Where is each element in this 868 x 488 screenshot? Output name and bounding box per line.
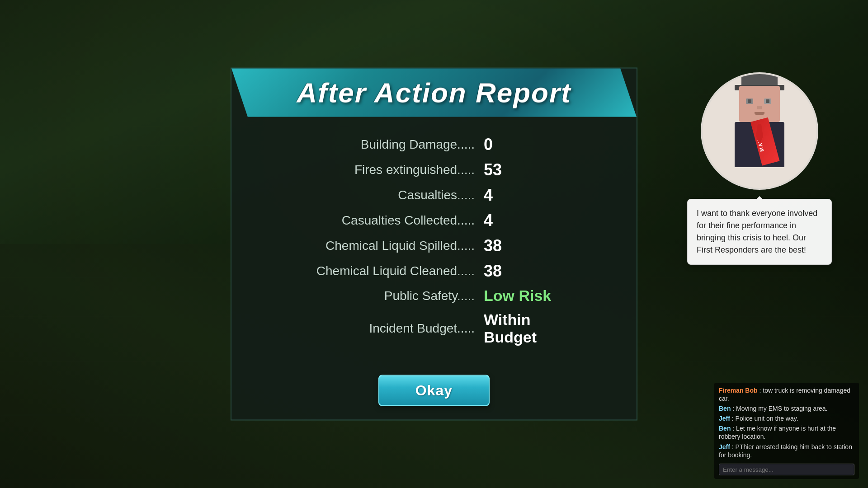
- stat-row-casualties: Casualties..... 4: [259, 186, 609, 205]
- stat-row-public-safety: Public Safety..... Low Risk: [259, 287, 609, 305]
- chat-message-1: : Moving my EMS to staging area.: [732, 405, 827, 412]
- mayor-avatar: MAYO: [701, 72, 818, 190]
- mayor-character: MAYO: [714, 81, 805, 181]
- mayor-sash: MAYO: [750, 117, 780, 166]
- stat-label-casualties: Casualties.....: [294, 188, 484, 202]
- chat-input[interactable]: [719, 464, 854, 475]
- stat-row-casualties-collected: Casualties Collected..... 4: [259, 211, 609, 230]
- stat-value-casualties: 4: [484, 186, 574, 205]
- stat-row-budget: Incident Budget..... Within Budget: [259, 311, 609, 346]
- stat-value-fires: 53: [484, 160, 574, 179]
- stat-label-casualties-collected: Casualties Collected.....: [294, 213, 484, 228]
- chat-name-2: Jeff: [719, 415, 730, 422]
- stat-value-building-damage: 0: [484, 135, 574, 154]
- stat-value-public-safety: Low Risk: [484, 287, 574, 305]
- stat-row-fires: Fires extinguished..... 53: [259, 160, 609, 179]
- stat-label-chem-spilled: Chemical Liquid Spilled.....: [294, 239, 484, 253]
- stat-row-chem-spilled: Chemical Liquid Spilled..... 38: [259, 236, 609, 255]
- chat-entry-3: Ben : Let me know if anyone is hurt at t…: [719, 424, 854, 441]
- chat-entry-2: Jeff : Police unit on the way.: [719, 414, 854, 422]
- stat-label-building-damage: Building Damage.....: [294, 137, 484, 152]
- stat-row-chem-cleaned: Chemical Liquid Cleaned..... 38: [259, 262, 609, 281]
- stat-label-fires: Fires extinguished.....: [294, 163, 484, 177]
- mayor-hat-top: [741, 72, 778, 86]
- okay-button[interactable]: Okay: [378, 375, 490, 406]
- stat-label-public-safety: Public Safety.....: [294, 288, 484, 303]
- stat-label-chem-cleaned: Chemical Liquid Cleaned.....: [294, 264, 484, 278]
- stat-row-building-damage: Building Damage..... 0: [259, 135, 609, 154]
- mayor-body: MAYO: [735, 122, 784, 167]
- chat-name-3: Ben: [719, 425, 731, 432]
- chat-message-4: : PThier arrested taking him back to sta…: [719, 443, 852, 459]
- chat-name-1: Ben: [719, 405, 731, 412]
- chat-name-0: Fireman Bob: [719, 387, 758, 394]
- report-title: After Action Report: [297, 77, 571, 108]
- chat-message-3: : Let me know if anyone is hurt at the r…: [719, 425, 836, 440]
- chat-entry-0: Fireman Bob : tow truck is removing dama…: [719, 386, 854, 403]
- speech-bubble: I want to thank everyone involved for th…: [687, 199, 832, 265]
- title-banner: After Action Report: [231, 69, 637, 117]
- chat-message-2: : Police unit on the way.: [732, 415, 798, 422]
- mayor-speech-text: I want to thank everyone involved for th…: [697, 209, 817, 254]
- report-panel: After Action Report Building Damage.....…: [231, 68, 637, 421]
- stat-value-casualties-collected: 4: [484, 211, 574, 230]
- mayor-eye-left: [746, 99, 753, 104]
- mayor-mouth: [755, 112, 764, 115]
- mayor-panel: MAYO I want to thank everyone involved f…: [687, 72, 832, 265]
- mayor-head: [739, 86, 780, 122]
- stat-value-chem-spilled: 38: [484, 236, 574, 255]
- chat-name-4: Jeff: [719, 443, 730, 450]
- stats-container: Building Damage..... 0 Fires extinguishe…: [231, 131, 637, 366]
- stat-label-budget: Incident Budget.....: [294, 321, 484, 336]
- chat-log: Fireman Bob : tow truck is removing dama…: [714, 383, 859, 479]
- stat-value-budget: Within Budget: [484, 311, 574, 346]
- okay-button-container: Okay: [231, 366, 637, 420]
- mayor-nose: [757, 106, 762, 109]
- chat-entry-4: Jeff : PThier arrested taking him back t…: [719, 443, 854, 459]
- mayor-eye-right: [764, 99, 771, 104]
- stat-value-chem-cleaned: 38: [484, 262, 574, 281]
- chat-entry-1: Ben : Moving my EMS to staging area.: [719, 404, 854, 413]
